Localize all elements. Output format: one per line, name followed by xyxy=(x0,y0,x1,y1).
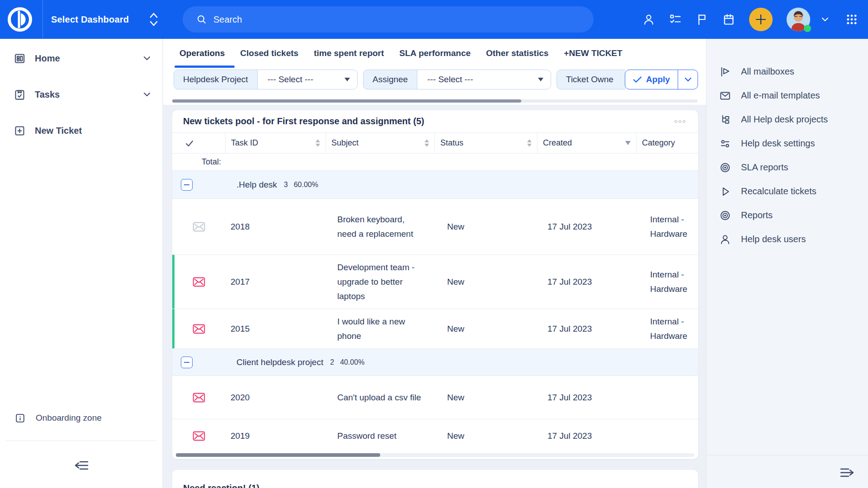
apps-grid-icon[interactable] xyxy=(845,13,858,26)
menu-item-label: All mailboxes xyxy=(741,66,794,77)
menu-item-all-email-templates[interactable]: All e-mail templates xyxy=(707,84,868,108)
filter-ticket-owner: Ticket Owne xyxy=(557,70,625,89)
apply-button-main[interactable]: Apply xyxy=(625,70,678,89)
tab-time-spent-report[interactable]: time spent report xyxy=(314,48,384,58)
panel-menu-kebab-icon[interactable] xyxy=(674,485,686,488)
menu-item-all-mailboxes[interactable]: All mailboxes xyxy=(707,60,868,84)
sort-icons[interactable] xyxy=(425,139,429,147)
ticket-row-2018[interactable]: 2018 Broken keyboard, need a replacement… xyxy=(172,199,698,255)
ticket-subject[interactable]: Can't upload a csv file xyxy=(326,376,434,419)
calendar-icon[interactable] xyxy=(722,13,735,26)
filters-scrollbar-track[interactable] xyxy=(172,99,698,103)
tabs-and-filters-strip: Operations Closed tickets time spent rep… xyxy=(163,39,706,105)
chevron-down-icon[interactable] xyxy=(143,56,151,61)
sidebar-item-home[interactable]: Home xyxy=(0,45,162,71)
tab-operations[interactable]: Operations xyxy=(179,48,225,58)
chevron-down-icon xyxy=(684,77,692,82)
panel-menu-kebab-icon[interactable] xyxy=(674,117,686,126)
task-id[interactable]: 2020 xyxy=(225,376,326,419)
table-scrollbar-track[interactable] xyxy=(176,453,694,457)
user-profile-icon[interactable] xyxy=(642,13,655,26)
task-id[interactable]: 2015 xyxy=(225,309,326,348)
group-name[interactable]: .Help desk xyxy=(236,180,277,190)
apply-filters-button[interactable]: Apply xyxy=(625,70,698,89)
tab-new-ticket[interactable]: +NEW TICKET xyxy=(564,48,622,58)
sort-icons[interactable] xyxy=(316,139,320,147)
ticket-subject[interactable]: Broken keyboard, need a replacement xyxy=(326,199,434,254)
menu-item-help-desk-settings[interactable]: Help desk settings xyxy=(707,131,868,155)
assignee-select[interactable]: --- Select --- xyxy=(417,70,551,89)
dashboard-selector[interactable]: Select Dashboard xyxy=(51,0,159,39)
ticket-row-2017[interactable]: 2017 Development team - upgrade to bette… xyxy=(172,255,698,309)
column-header-task-id[interactable]: Task ID xyxy=(225,133,326,153)
sidebar-item-new-ticket[interactable]: New Ticket xyxy=(0,117,162,144)
column-header-created[interactable]: Created xyxy=(537,133,636,153)
collapse-group-button[interactable] xyxy=(181,357,193,368)
check-icon xyxy=(185,139,194,148)
task-id[interactable]: 2019 xyxy=(225,419,326,453)
filters-scrollbar-thumb[interactable] xyxy=(172,99,521,103)
group-percent: 60.00% xyxy=(294,181,318,189)
menu-item-label: Reports xyxy=(741,210,773,221)
projects-tree-icon xyxy=(719,114,731,126)
sidebar-item-onboarding-zone[interactable]: Onboarding zone xyxy=(0,407,162,429)
ticket-status: New xyxy=(434,199,537,254)
menu-item-help-desk-users[interactable]: Help desk users xyxy=(707,227,868,251)
ticket-category xyxy=(636,419,698,453)
app-logo-icon[interactable] xyxy=(7,6,33,33)
column-label: Created xyxy=(543,138,572,148)
ticket-subject[interactable]: I would like a new phone xyxy=(326,309,434,348)
online-status-dot xyxy=(804,25,811,32)
column-header-subject[interactable]: Subject xyxy=(326,133,434,153)
tab-closed-tickets[interactable]: Closed tickets xyxy=(240,48,298,58)
task-id[interactable]: 2017 xyxy=(225,255,326,309)
column-label: Task ID xyxy=(231,138,258,148)
user-icon xyxy=(719,234,731,245)
ticket-created-date: 17 Jul 2023 xyxy=(537,199,636,254)
ticket-row-2019[interactable]: 2019 Password reset New 17 Jul 2023 xyxy=(172,419,698,453)
play-icon xyxy=(719,186,731,197)
sidebar-item-tasks[interactable]: Tasks xyxy=(0,81,162,108)
helpdesk-project-select[interactable]: --- Select --- xyxy=(257,70,357,89)
account-menu-chevron-icon[interactable] xyxy=(819,13,831,26)
flag-icon[interactable] xyxy=(696,13,708,26)
ticket-created-date: 17 Jul 2023 xyxy=(537,309,636,348)
search-icon xyxy=(196,14,207,25)
sort-icons[interactable] xyxy=(527,139,532,147)
tab-bar: Operations Closed tickets time spent rep… xyxy=(163,39,706,68)
caret-down-icon xyxy=(344,78,350,81)
tab-sla-performance[interactable]: SLA performance xyxy=(399,48,471,58)
ticket-status: New xyxy=(434,376,537,419)
user-avatar[interactable] xyxy=(787,8,810,31)
ticket-row-2015[interactable]: 2015 I would like a new phone New 17 Jul… xyxy=(172,309,698,349)
collapse-sidebar-button[interactable] xyxy=(0,451,162,480)
task-id[interactable]: 2018 xyxy=(225,199,326,254)
search-input[interactable]: Search xyxy=(183,6,594,33)
ticket-row-2020[interactable]: 2020 Can't upload a csv file New 17 Jul … xyxy=(172,376,698,419)
sort-desc-icon[interactable] xyxy=(625,141,631,145)
tasks-checklist-icon[interactable] xyxy=(669,13,682,26)
collapse-right-sidebar-button[interactable] xyxy=(834,459,861,486)
caret-down-icon xyxy=(538,78,543,81)
info-icon xyxy=(14,413,26,424)
ticket-subject[interactable]: Development team - upgrade to better lap… xyxy=(326,255,434,309)
group-count: 3 xyxy=(284,181,288,189)
table-scrollbar-thumb[interactable] xyxy=(176,453,380,457)
menu-item-reports[interactable]: Reports xyxy=(707,203,868,227)
menu-item-sla-reports[interactable]: SLA reports xyxy=(707,155,868,179)
group-name[interactable]: Client helpdesk project xyxy=(236,357,323,367)
collapse-group-button[interactable] xyxy=(181,179,193,191)
column-header-status[interactable]: Status xyxy=(434,133,537,153)
panel-title: Need reaction! (1) xyxy=(183,483,259,488)
menu-item-recalculate-tickets[interactable]: Recalculate tickets xyxy=(707,179,868,203)
ticket-subject[interactable]: Password reset xyxy=(326,419,434,453)
menu-item-label: Help desk users xyxy=(741,234,806,244)
ticket-status: New xyxy=(434,255,537,309)
tab-other-statistics[interactable]: Other statistics xyxy=(486,48,548,58)
column-header-category[interactable]: Category xyxy=(636,133,698,153)
chevron-down-icon[interactable] xyxy=(143,92,151,97)
menu-item-all-help-desk-projects[interactable]: All Help desk projects xyxy=(707,108,868,131)
apply-options-chevron[interactable] xyxy=(678,70,698,89)
quick-add-button[interactable] xyxy=(749,8,773,31)
select-all-checkbox[interactable] xyxy=(172,133,225,153)
